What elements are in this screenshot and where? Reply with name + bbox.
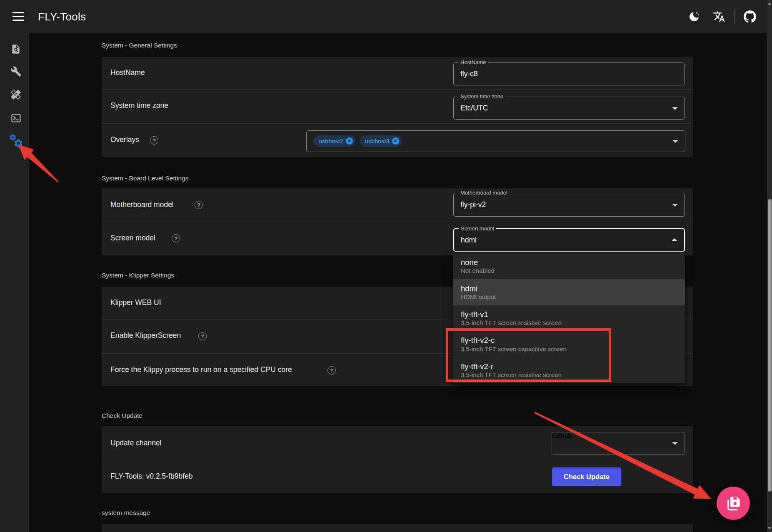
row-label-overlays: Overlays (110, 135, 139, 144)
row-label-hostname: HostName (110, 68, 145, 77)
scrollbar-down-arrow[interactable] (768, 527, 771, 530)
app-title: FLY-Tools (38, 0, 86, 33)
translate-icon[interactable] (711, 8, 727, 25)
motherboard-select[interactable]: Motherboard model fly-pi-v2 (453, 193, 685, 217)
chevron-down-icon (672, 442, 678, 445)
check-update-button[interactable]: Check Update (552, 467, 621, 486)
section-title-klipper: System - Klipper Settings (102, 272, 174, 279)
scrollbar-thumb[interactable] (768, 199, 772, 492)
sidebar-item-terminal[interactable] (10, 112, 22, 124)
annotation-highlight-rect (446, 328, 611, 382)
row-label-klipper-webui: Klipper WEB UI (110, 298, 161, 307)
section-title-general: System - General Settings (102, 42, 177, 49)
timezone-select[interactable]: System time zone Etc/UTC (453, 97, 685, 120)
hostname-value: fly-c8 (460, 63, 478, 85)
chip-usbhost2-label: usbhost2 (319, 138, 343, 145)
motherboard-value: fly-pi-v2 (460, 193, 486, 216)
hostname-input[interactable]: HostName fly-c8 (453, 62, 685, 85)
card-system-message (102, 524, 693, 532)
row-label-motherboard: Motherboard model (110, 200, 174, 209)
menu-option-hdmi-selected[interactable]: hdmi HDMI output (453, 279, 685, 305)
timezone-value: Etc/UTC (460, 97, 488, 119)
chip-usbhost2: usbhost2 ✕ (313, 135, 355, 147)
sidebar-item-settings-active[interactable] (10, 135, 22, 147)
update-channel-value: Github (552, 432, 572, 440)
scrollbar-up-arrow[interactable] (768, 2, 771, 5)
section-title-board: System - Board Level Settings (102, 175, 189, 182)
row-label-flytools-version: FLY-Tools: v0.2.5-fb9bfeb (110, 472, 192, 481)
overlays-help-icon[interactable]: ? (150, 136, 158, 145)
chevron-down-icon (672, 140, 678, 143)
settings-gears-icon (10, 134, 22, 147)
row-label-klipperscreen: Enable KlipperScreen (110, 331, 181, 340)
appbar-divider (735, 9, 735, 24)
chip-usbhost3-close-icon[interactable]: ✕ (392, 137, 399, 145)
log-search-icon (10, 44, 21, 55)
menu-hamburger-icon[interactable] (12, 12, 24, 21)
row-label-klippy-cpu-core: Force the Klippy process to run on a spe… (110, 365, 292, 374)
dark-mode-moon-icon[interactable] (686, 8, 702, 25)
section-title-system-message: system message (102, 509, 150, 517)
section-title-check-update: Check Update (102, 412, 142, 420)
chevron-down-icon (672, 204, 678, 207)
github-icon[interactable] (742, 8, 758, 25)
row-label-update-channel: Update channel (110, 439, 162, 447)
chip-usbhost3: usbhost3 ✕ (360, 135, 402, 147)
motherboard-help-icon[interactable]: ? (195, 201, 203, 209)
chevron-down-icon (672, 107, 678, 110)
update-channel-select[interactable]: Github (552, 432, 685, 455)
page-scrollbar (767, 0, 772, 532)
chevron-up-icon (672, 238, 677, 241)
screen-model-select-open[interactable]: Screen model hdmi (453, 228, 685, 252)
sidebar-item-tools[interactable] (10, 65, 22, 77)
sidebar-item-patches[interactable] (10, 88, 22, 101)
save-all-icon (725, 495, 742, 512)
sidebar-item-log-search[interactable] (10, 43, 22, 56)
app-bar: FLY-Tools (0, 0, 772, 33)
row-label-timezone: System time zone (110, 101, 168, 110)
screen-model-help-icon[interactable]: ? (172, 234, 180, 242)
menu-option-none[interactable]: none Not enabled (453, 253, 685, 279)
terminal-icon (10, 112, 22, 124)
menu-option-fly-tft-v1[interactable]: fly-tft-v1 3.5-inch TFT screen resistive… (453, 305, 685, 331)
chip-usbhost3-label: usbhost3 (365, 138, 390, 145)
fly-tools-app: FLY-Tools (0, 0, 772, 532)
cpu-core-help-icon[interactable]: ? (327, 366, 336, 375)
patch-healing-icon (10, 89, 22, 100)
wrench-icon (10, 66, 22, 77)
save-fab-button[interactable] (717, 487, 750, 520)
chip-usbhost2-close-icon[interactable]: ✕ (346, 137, 353, 145)
screen-model-value: hdmi (461, 229, 477, 251)
overlay-chips: usbhost2 ✕ usbhost3 ✕ (313, 135, 402, 147)
sidebar-nav (0, 33, 29, 532)
row-label-screen-model: Screen model (110, 234, 155, 242)
klipperscreen-help-icon[interactable]: ? (198, 332, 207, 340)
